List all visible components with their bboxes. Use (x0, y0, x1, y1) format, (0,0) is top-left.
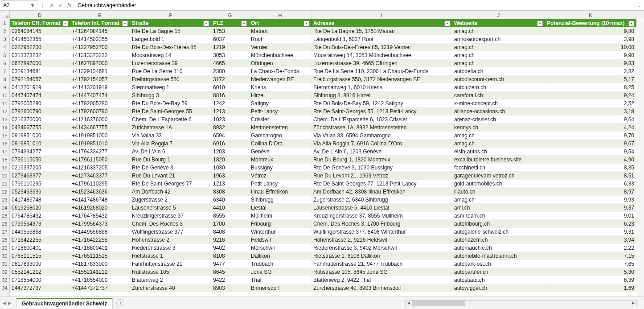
cell[interactable]: +41552141212 (70, 268, 130, 276)
cell[interactable]: 4,24 (545, 124, 636, 132)
cell[interactable]: arenaz-crissier.ch (452, 115, 545, 124)
cell[interactable]: 0417486748 (10, 196, 70, 204)
column-header-cell[interactable]: Adresse▼ (312, 19, 452, 27)
row-header-22[interactable]: 22 (0, 188, 9, 196)
cell[interactable]: Rte Du Bois-De-Bay 59 (130, 99, 211, 107)
cell[interactable]: 1219 (211, 43, 249, 51)
cell[interactable]: illauto.ch (452, 188, 545, 196)
cell[interactable]: Freiburgstrasse 550, 3172 Niederwangen B… (312, 75, 452, 83)
cell[interactable]: 1213 (211, 107, 249, 115)
cell[interactable]: 8932 (211, 124, 249, 132)
cell[interactable]: 2,52 (545, 99, 636, 107)
row-header-13[interactable]: 13 (0, 115, 9, 124)
cell[interactable]: Vernier (249, 43, 312, 51)
cell[interactable]: +41434667755 (70, 124, 130, 132)
cell[interactable]: 0227952700 (10, 43, 70, 51)
cell[interactable]: Satigny (249, 99, 312, 107)
row-header-14[interactable]: 14 (0, 124, 9, 132)
cell[interactable]: +41764785432 (70, 212, 130, 220)
row-header-26[interactable]: 26 (0, 220, 9, 228)
cell[interactable]: 9422 (211, 276, 249, 284)
filter-dropdown-icon[interactable]: ▼ (122, 21, 128, 26)
filter-dropdown-icon[interactable]: ▼ (62, 21, 68, 26)
cell[interactable]: 1963 (211, 172, 249, 180)
cell[interactable]: Zürcherstrasse 40 (130, 284, 211, 292)
cell[interactable]: 2,22 (545, 244, 636, 252)
cell[interactable]: 1213 (211, 180, 249, 188)
cell[interactable]: 0552141212 (10, 268, 70, 276)
row-header-28[interactable]: 28 (0, 236, 9, 244)
cell[interactable]: 9,93 (545, 196, 636, 204)
cell[interactable]: Kriens (249, 83, 312, 91)
vertical-scrollbar[interactable] (637, 19, 644, 297)
cell[interactable]: Via Alla Roggia 7 (130, 140, 211, 148)
column-header-D[interactable]: D (10, 11, 70, 19)
cell[interactable]: Lausenerstrasse 5 (130, 204, 211, 212)
cell[interactable]: Moosrainweg 14, 3053 Münchenbuchsee (312, 51, 452, 59)
row-header-20[interactable]: 20 (0, 172, 9, 180)
cell[interactable]: Riederenstrasse 3, 9402 Mörschwil (312, 244, 452, 252)
row-header-8[interactable]: 8 (0, 75, 9, 83)
column-header-E[interactable]: E (70, 11, 130, 19)
cell[interactable]: +41765111515 (70, 252, 130, 260)
cell[interactable]: Root (249, 35, 312, 43)
cell[interactable]: +41794334277 (70, 148, 130, 156)
cell[interactable]: amag.ch (452, 140, 545, 148)
cell[interactable]: 0796115050 (10, 156, 70, 164)
cell[interactable]: La Chaux-De-Fonds (249, 67, 312, 75)
cell[interactable]: Längenbold 1 (130, 35, 211, 43)
cell[interactable]: 6,33 (545, 180, 636, 188)
cell[interactable]: Av. De L'Ain 6, 1203 Genève (312, 148, 452, 156)
cell[interactable]: Oftringen (249, 59, 312, 67)
cell[interactable]: Münchenbuchsee (249, 51, 312, 59)
cell[interactable]: Rte De La Bagne 15 (130, 27, 211, 35)
row-header-16[interactable]: 16 (0, 140, 9, 148)
cell[interactable]: Sihlbrugg 3 (130, 91, 211, 99)
column-header-F[interactable]: F (130, 11, 211, 19)
cell[interactable]: 8,97 (545, 188, 636, 196)
cell[interactable]: Chem. De L'Esparcette 6 (130, 115, 211, 124)
cell[interactable]: +41227952700 (70, 43, 130, 51)
cell[interactable]: 1,69 (545, 284, 636, 292)
cell[interactable]: amag.ch (452, 196, 545, 204)
cell[interactable]: 6594 (211, 132, 249, 140)
cell[interactable]: Mörschwil (249, 244, 312, 252)
cell[interactable]: 9,37 (545, 204, 636, 212)
cell[interactable]: 0792005280 (10, 99, 70, 107)
cell[interactable]: 0523463636 (10, 188, 70, 196)
cell[interactable]: Jona SG (249, 268, 312, 276)
cell[interactable]: autodelta.ch (452, 67, 545, 75)
cell[interactable]: carsforall.ch (452, 91, 545, 99)
cell[interactable]: Chem. Des Roches 3, 1700 Fribourg (312, 220, 452, 228)
cell[interactable]: +41449556868 (70, 228, 130, 236)
cell[interactable]: 8308 (211, 188, 249, 196)
cell[interactable]: +41627897000 (70, 59, 130, 67)
horizontal-scrollbar[interactable]: ◀ ▶ (405, 300, 637, 306)
row-header-29[interactable]: 29 (0, 244, 9, 252)
cell[interactable]: Vétroz (249, 172, 312, 180)
cell[interactable]: Längenbold 1, 6037 Root (312, 35, 452, 43)
cell[interactable]: Niederwangen BE (249, 75, 312, 83)
sheet-tab-active[interactable]: Gebrauchtwagenhändler Schweiz (16, 298, 113, 309)
expand-formula-bar-button[interactable]: ⌄ (635, 2, 644, 8)
cell[interactable]: amag.ch (452, 132, 545, 140)
cell[interactable]: 9,54 (545, 148, 636, 156)
cell[interactable]: Höhenstrasse 2 (130, 236, 211, 244)
cell[interactable]: 6,39 (545, 276, 636, 284)
cell[interactable]: Rütistrasse 105 (130, 268, 211, 276)
cell[interactable]: 0765111515 (10, 252, 70, 260)
cell[interactable]: Rietstrasse 1 (130, 252, 211, 260)
cell[interactable]: Müllheim (249, 212, 312, 220)
row-header-11[interactable]: 11 (0, 99, 9, 107)
cell[interactable]: 8,35 (545, 164, 636, 172)
cell[interactable]: 7,15 (545, 252, 636, 260)
cell[interactable]: Bussigny (249, 164, 312, 172)
row-header-5[interactable]: 5 (0, 51, 9, 59)
cell[interactable]: Rue Du Levant 21, 1963 Vétroz (312, 172, 452, 180)
filter-dropdown-icon[interactable]: ▼ (537, 21, 543, 26)
cell[interactable]: 0447372737 (10, 284, 70, 292)
column-header-cell[interactable]: Telefon CH. Format▼ (10, 19, 70, 27)
cell[interactable]: 1753 (211, 27, 249, 35)
cell[interactable]: +41414502355 (70, 35, 130, 43)
cell[interactable]: 8,25 (545, 83, 636, 91)
